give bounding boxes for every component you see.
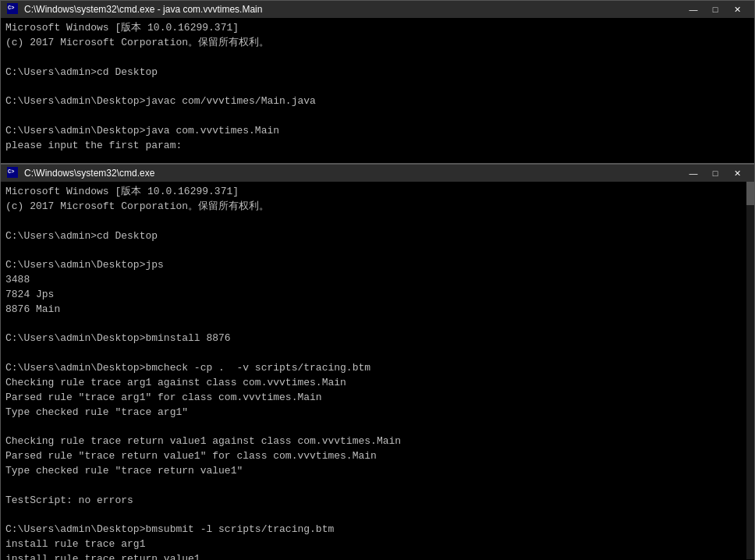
scrollbar-track-2[interactable] — [746, 182, 754, 559]
scrollbar-thumb-2[interactable] — [746, 182, 754, 205]
window-2-title: C:\Windows\system32\cmd.exe — [24, 168, 676, 179]
maximize-button-2[interactable]: □ — [704, 165, 726, 182]
cmd-icon-2 — [7, 167, 19, 179]
minimize-button-1[interactable]: — — [682, 1, 704, 18]
maximize-button-1[interactable]: □ — [704, 1, 726, 18]
close-button-2[interactable]: ✕ — [726, 165, 748, 182]
window-1-content: Microsoft Windows [版本 10.0.16299.371] (c… — [1, 18, 754, 157]
close-button-1[interactable]: ✕ — [726, 1, 748, 18]
window-1-controls[interactable]: — □ ✕ — [682, 1, 748, 18]
window-2-controls[interactable]: — □ ✕ — [682, 165, 748, 182]
cmd-window-2: C:\Windows\system32\cmd.exe — □ ✕ Micros… — [0, 164, 755, 560]
titlebar-1: C:\Windows\system32\cmd.exe - java com.v… — [1, 1, 754, 18]
window-2-content: Microsoft Windows [版本 10.0.16299.371] (c… — [1, 182, 754, 560]
minimize-button-2[interactable]: — — [682, 165, 704, 182]
titlebar-2: C:\Windows\system32\cmd.exe — □ ✕ — [1, 165, 754, 182]
window-1-title: C:\Windows\system32\cmd.exe - java com.v… — [24, 4, 676, 15]
cmd-icon-1 — [7, 3, 19, 16]
cmd-window-1: C:\Windows\system32\cmd.exe - java com.v… — [0, 0, 755, 164]
